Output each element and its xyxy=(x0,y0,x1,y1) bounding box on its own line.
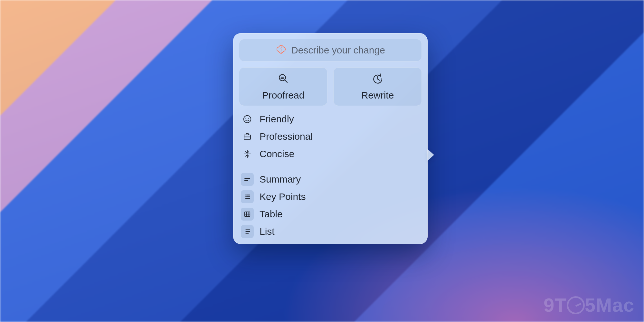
collapse-icon xyxy=(241,147,254,160)
writing-tools-popover: Describe your change Proofread xyxy=(233,33,428,244)
format-table-label: Table xyxy=(260,209,283,220)
svg-point-16 xyxy=(245,194,246,195)
svg-point-30 xyxy=(245,233,245,233)
rewrite-label: Rewrite xyxy=(361,90,394,101)
tone-friendly-label: Friendly xyxy=(260,114,294,125)
format-table[interactable]: Table xyxy=(239,205,422,223)
rewrite-icon xyxy=(372,73,384,87)
svg-point-18 xyxy=(245,196,246,197)
format-keypoints-label: Key Points xyxy=(260,191,306,202)
tone-menu: Friendly Professional xyxy=(239,110,422,163)
rewrite-button[interactable]: Rewrite xyxy=(333,67,422,106)
format-list-label: List xyxy=(260,226,275,237)
menu-separator xyxy=(239,166,422,166)
smiley-icon xyxy=(241,113,254,126)
format-list[interactable]: List xyxy=(239,223,422,240)
briefcase-icon xyxy=(241,130,254,143)
describe-change-placeholder: Describe your change xyxy=(291,45,385,56)
tone-concise[interactable]: Concise xyxy=(239,145,422,163)
primary-actions-row: Proofread Rewrite xyxy=(239,67,422,106)
tone-professional[interactable]: Professional xyxy=(239,128,422,145)
table-icon xyxy=(241,208,254,221)
proofread-label: Proofread xyxy=(262,90,305,101)
format-menu: Summary Key Points xyxy=(239,171,422,240)
svg-line-1 xyxy=(285,80,287,82)
svg-point-7 xyxy=(245,118,246,119)
svg-point-8 xyxy=(248,118,249,119)
clock-icon xyxy=(567,296,585,314)
apple-intelligence-icon xyxy=(276,44,287,57)
svg-point-6 xyxy=(244,116,251,123)
svg-point-26 xyxy=(245,230,245,230)
svg-line-5 xyxy=(378,79,379,80)
bullet-list-icon xyxy=(241,190,254,203)
summary-icon xyxy=(241,173,254,186)
svg-point-20 xyxy=(245,198,246,199)
tone-professional-label: Professional xyxy=(260,131,313,142)
tone-friendly[interactable]: Friendly xyxy=(239,110,422,128)
format-summary[interactable]: Summary xyxy=(239,171,422,188)
format-summary-label: Summary xyxy=(260,174,301,185)
list-icon xyxy=(241,225,254,238)
describe-change-input[interactable]: Describe your change xyxy=(239,39,422,62)
svg-point-28 xyxy=(245,231,245,232)
source-watermark: 9T5Mac xyxy=(544,294,634,316)
format-keypoints[interactable]: Key Points xyxy=(239,188,422,205)
tone-concise-label: Concise xyxy=(260,148,294,159)
proofread-button[interactable]: Proofread xyxy=(239,67,327,106)
proofread-icon xyxy=(278,73,289,87)
